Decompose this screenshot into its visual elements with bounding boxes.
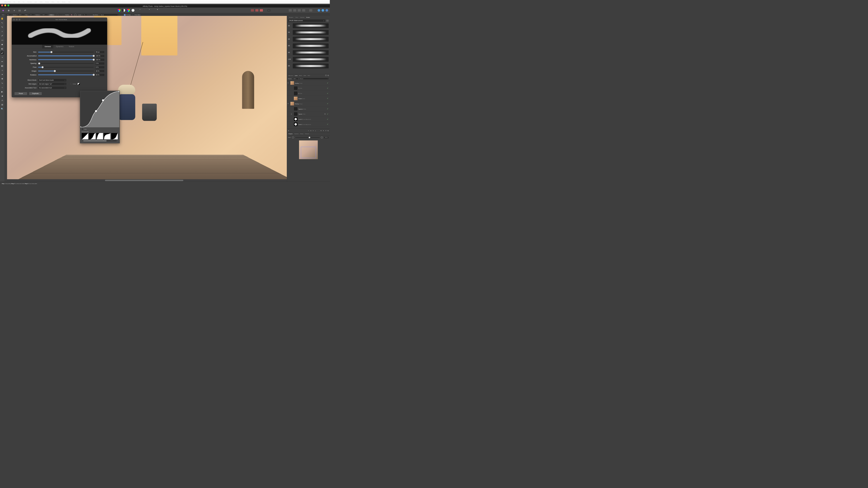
merge-icon[interactable]: ⧉ xyxy=(326,130,326,131)
color-bw-icon[interactable] xyxy=(122,9,125,12)
blur-brush-tool[interactable]: ○ xyxy=(1,86,4,89)
tab-adjustment[interactable]: Adjustment xyxy=(288,75,294,76)
text-tool[interactable]: A xyxy=(1,98,4,102)
flood-fill-tool[interactable]: ◆ xyxy=(1,42,4,46)
app-name[interactable]: Affinity Photo xyxy=(4,1,11,2)
brush-preset-6[interactable]: 80 xyxy=(287,63,330,69)
marquee-tool[interactable]: ▭ xyxy=(1,38,4,41)
tab-stock[interactable]: Stock xyxy=(307,75,311,76)
color-picker-tool[interactable]: ✎ xyxy=(1,25,4,29)
blend-ranges-icon[interactable]: ◆ xyxy=(288,130,289,131)
param-slider-1[interactable] xyxy=(38,56,93,56)
live-filter-icon[interactable]: ◬ xyxy=(315,130,316,131)
param-value-1[interactable]: 100 % xyxy=(95,55,104,57)
layer-visible-check[interactable]: ✓ xyxy=(327,92,329,94)
layer-row-5[interactable]: Signature (Pixel)✓ xyxy=(287,106,330,112)
move-tool[interactable]: ↖ xyxy=(1,21,4,24)
snapping-guides-icon[interactable] xyxy=(255,9,258,11)
param-value-4[interactable]: 8 % xyxy=(95,66,104,69)
tab-navigator[interactable]: Navigator xyxy=(288,133,293,134)
layer-visible-check[interactable]: ✓ xyxy=(327,123,329,125)
length-field[interactable]: 35 xyxy=(83,14,87,16)
color-wheel-icon[interactable] xyxy=(127,9,130,12)
horizontal-scrollbar[interactable] xyxy=(7,179,287,182)
profile-3[interactable] xyxy=(96,133,103,139)
reset-button[interactable]: Reset xyxy=(14,92,27,95)
tab-dynamics[interactable]: Dynamics xyxy=(54,45,66,48)
brush-preset-3[interactable]: 80 xyxy=(287,42,330,49)
menu-file[interactable]: File xyxy=(13,1,15,2)
tab-layers[interactable]: Layers xyxy=(294,75,299,76)
export-persona-icon[interactable]: ⇄ xyxy=(24,9,27,12)
layer-opacity-field[interactable]: 100 % xyxy=(293,78,299,80)
menu-layer[interactable]: Layer xyxy=(34,1,37,2)
clone-brush-tool[interactable]: ✦ xyxy=(1,73,4,76)
selection-invert-icon[interactable]: ⬚ xyxy=(144,9,147,12)
tab-styles[interactable]: Styles xyxy=(303,75,307,76)
protect-alpha-check[interactable]: Protect Alpha xyxy=(133,14,141,16)
smudge-brush-tool[interactable]: ∿ xyxy=(1,81,4,85)
paint-brush-tool[interactable]: 🖌 xyxy=(1,51,4,54)
erase-brush-tool[interactable]: ◧ xyxy=(1,64,4,67)
profile-5[interactable] xyxy=(111,133,118,139)
menu-edit[interactable]: Edit xyxy=(18,1,20,2)
linear-check[interactable]: Linear xyxy=(80,128,120,131)
layer-blend-field[interactable]: Normal xyxy=(299,78,329,80)
dodge-brush-tool[interactable]: ☼ xyxy=(1,68,4,71)
tab-effects[interactable]: Effects xyxy=(299,75,303,76)
develop-persona-icon[interactable]: ⎈ xyxy=(13,9,16,12)
layers-panel[interactable]: ▾Grading (Group)✓1 (Pixel)✓2 (Pixel)✓Gra… xyxy=(287,80,330,129)
group-icon[interactable]: 🗀 xyxy=(320,130,321,131)
snapping-grid-icon[interactable] xyxy=(251,9,254,11)
rectangle-tool[interactable]: ■ xyxy=(1,94,4,97)
param-slider-4[interactable] xyxy=(38,67,93,67)
arrange-forward-icon[interactable] xyxy=(298,9,301,11)
profile-scrollbar[interactable] xyxy=(83,140,116,142)
color-format-icon[interactable] xyxy=(118,9,120,12)
pen-tool[interactable]: ▶ xyxy=(1,90,4,93)
blend-mode-field[interactable]: Normal xyxy=(100,14,119,16)
curve-editor[interactable] xyxy=(81,91,119,127)
mesh-warp-tool[interactable]: ⊞ xyxy=(1,103,4,106)
layer-visible-check[interactable]: ✓ xyxy=(327,87,329,89)
layers-prefs-icon[interactable]: ☰ xyxy=(324,74,327,77)
layers-settings-icon[interactable]: ⚙ xyxy=(327,74,329,77)
more-button[interactable]: More xyxy=(49,14,54,16)
brush-preset-5[interactable]: 128 xyxy=(287,56,330,63)
selection-none-icon[interactable]: ⊡ xyxy=(140,9,143,12)
brush-view-icon[interactable] xyxy=(326,20,329,22)
brush-preset-1[interactable]: 96 xyxy=(287,29,330,36)
menu-help[interactable]: Help xyxy=(68,1,70,2)
paint-mixer-brush-tool[interactable]: ✏ xyxy=(1,60,4,63)
param-value-0[interactable]: 96 px xyxy=(95,51,104,54)
zoom-slider[interactable] xyxy=(295,137,319,138)
adjustment-layer-icon[interactable]: ◑ xyxy=(310,130,311,131)
brush-category-dropdown[interactable]: DAUB Watercolours xyxy=(288,19,326,22)
menu-document[interactable]: Document xyxy=(27,1,31,2)
zoom-out-icon[interactable]: − xyxy=(292,136,294,138)
tab-texture[interactable]: Texture xyxy=(66,45,77,48)
layer-visible-check[interactable]: ✓ xyxy=(327,113,329,115)
menu-filters[interactable]: Filters xyxy=(52,1,54,2)
liquify-persona-icon[interactable]: ◉ xyxy=(7,9,10,12)
photo-persona-icon[interactable]: ◆ xyxy=(2,9,5,12)
layer-row-3[interactable]: Graded (Pixel)✓ xyxy=(287,96,330,101)
tab-transform[interactable]: Transform xyxy=(293,133,300,134)
tab-histogram[interactable]: Histogram xyxy=(288,17,294,18)
custom-check[interactable]: Custom xyxy=(70,83,80,85)
align-icon[interactable] xyxy=(309,9,312,11)
layer-row-7[interactable]: Levels 2 (Levels Adjustment)✓ xyxy=(287,117,330,122)
width-field[interactable]: 96 px xyxy=(6,14,11,16)
associated-tool-dropdown[interactable]: No associated tool xyxy=(38,86,66,89)
tone-map-persona-icon[interactable]: ⫿⫿ xyxy=(18,9,21,12)
tab-channels[interactable]: Channels xyxy=(304,133,310,134)
help-icon[interactable] xyxy=(326,9,328,11)
param-slider-5[interactable] xyxy=(38,71,93,71)
assistant-icon[interactable]: ℹ xyxy=(267,9,271,11)
layer-visible-check[interactable]: ✓ xyxy=(327,108,329,110)
layer-row-2[interactable]: 2 (Pixel)✓ xyxy=(287,91,330,96)
brush-preset-4[interactable]: 80 xyxy=(287,49,330,56)
zoom-in-icon[interactable]: + xyxy=(321,136,323,138)
menu-window[interactable]: Window xyxy=(62,1,65,2)
stabiliser-check[interactable]: Stabiliser xyxy=(63,14,69,16)
